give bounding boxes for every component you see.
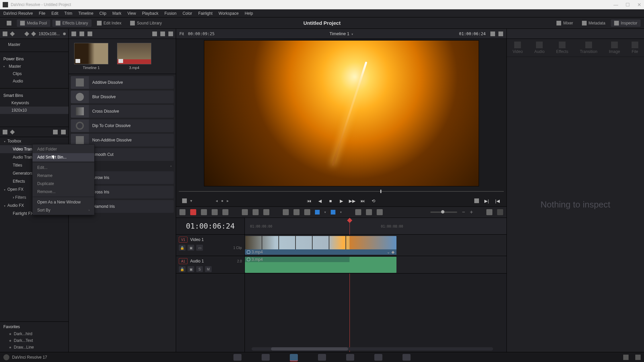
menu-davinci[interactable]: DaVinci Resolve: [3, 11, 33, 16]
lock-toggle[interactable]: 🔒: [179, 245, 185, 251]
cm-duplicate[interactable]: Duplicate: [33, 180, 94, 188]
insert-clip-icon[interactable]: [242, 209, 248, 215]
inspector-cat-image[interactable]: Image: [609, 42, 620, 54]
viewer-scrubber[interactable]: [179, 189, 504, 194]
lock-icon[interactable]: [304, 209, 310, 215]
panel-more-icon[interactable]: [61, 130, 66, 134]
v1-tag[interactable]: V1: [179, 237, 187, 243]
cm-sort-by[interactable]: Sort By›: [33, 206, 94, 214]
prev-marker-icon[interactable]: ◂: [216, 198, 218, 203]
audio-meter-icon[interactable]: [486, 209, 492, 215]
sort-icon[interactable]: [160, 32, 165, 36]
bin-view-icon[interactable]: [3, 32, 7, 36]
insert-mode-icon[interactable]: [182, 198, 187, 203]
first-frame-button[interactable]: ⏮: [306, 198, 312, 204]
next-marker-icon[interactable]: ▸: [227, 198, 229, 203]
menu-mark[interactable]: Mark: [112, 11, 121, 16]
bin-caret-icon[interactable]: [10, 31, 15, 36]
color-page-button[interactable]: [346, 354, 354, 361]
nav-back-icon[interactable]: [24, 31, 29, 36]
scrubber-handle[interactable]: [380, 190, 381, 193]
go-in-button[interactable]: ▶|: [484, 198, 490, 204]
audio-track-lane[interactable]: 3.mp4: [245, 256, 506, 274]
timeline-name-dropdown[interactable]: Timeline 1: [329, 31, 353, 36]
mixer-tab[interactable]: Mixer: [553, 19, 576, 27]
powerbin-audio[interactable]: Audio: [0, 77, 68, 85]
cm-add-smart-bin[interactable]: Add Smart Bin...: [33, 153, 94, 161]
a1-tag[interactable]: A1: [179, 258, 187, 264]
project-settings-icon[interactable]: [635, 355, 641, 360]
stop-button[interactable]: ■: [328, 198, 334, 204]
menu-file[interactable]: File: [39, 11, 45, 16]
solo-toggle[interactable]: S: [196, 266, 203, 272]
list-view-icon[interactable]: [71, 32, 76, 36]
video-clip[interactable]: ⌄◆: [350, 236, 396, 255]
close-button[interactable]: ✕: [637, 2, 641, 7]
effect-item[interactable]: Additive Dissolve: [71, 76, 174, 89]
menu-color[interactable]: Color: [182, 11, 192, 16]
snap-icon[interactable]: [283, 209, 289, 215]
video-track-header[interactable]: V1Video 1 🔒▣▭1 Clip: [176, 235, 245, 256]
prev-frame-button[interactable]: ◀: [317, 198, 323, 204]
thumb-view-icon[interactable]: [79, 32, 84, 36]
cm-add-folder[interactable]: Add Folder: [33, 145, 94, 153]
menu-view[interactable]: View: [127, 11, 136, 16]
fairlight-page-button[interactable]: [374, 354, 382, 361]
visibility-toggle[interactable]: ▣: [187, 245, 194, 251]
mute-button[interactable]: M: [205, 266, 212, 272]
fit-dropdown[interactable]: Fit: [179, 32, 184, 36]
panel-layout-icon[interactable]: [3, 130, 7, 134]
trim-tool-icon[interactable]: [201, 209, 207, 215]
audio-track-header[interactable]: A1Audio 12.0 🔒▣SM: [176, 256, 245, 274]
inspector-cat-video[interactable]: Video: [513, 42, 523, 54]
expand-button[interactable]: [3, 19, 15, 27]
powerbin-clips[interactable]: Clips: [0, 70, 68, 77]
favorite-item[interactable]: ★Draw...Line: [0, 344, 68, 351]
replace-clip-icon[interactable]: [263, 209, 269, 215]
video-track-lane[interactable]: 3.mp4 ⌄◆: [245, 235, 506, 256]
menu-trim[interactable]: Trim: [64, 11, 72, 16]
strip-view-icon[interactable]: [88, 32, 92, 36]
menu-playback[interactable]: Playback: [142, 11, 158, 16]
metadata-tab[interactable]: Metadata: [579, 19, 609, 27]
audio-clip[interactable]: [350, 257, 396, 273]
sound-library-tab[interactable]: Sound Library: [127, 19, 165, 27]
deliver-page-button[interactable]: [402, 354, 411, 361]
cm-open-window[interactable]: Open As a New Window: [33, 198, 94, 206]
resolution-label[interactable]: 1920x108...: [39, 32, 60, 36]
inspector-cat-transition[interactable]: Transition: [580, 42, 597, 54]
marker-icon[interactable]: ●: [221, 198, 223, 203]
nav-fwd-icon[interactable]: [31, 31, 36, 36]
effect-item[interactable]: Dip To Color Dissolve: [71, 119, 174, 132]
menu-edit[interactable]: Edit: [51, 11, 58, 16]
timeline-view-icon[interactable]: [179, 209, 185, 215]
menu-timeline[interactable]: Timeline: [78, 11, 93, 16]
mute-toggle[interactable]: ▣: [187, 266, 194, 272]
menu-help[interactable]: Help: [245, 11, 253, 16]
match-frame-icon[interactable]: [474, 198, 479, 203]
panel-search-icon[interactable]: [53, 130, 58, 134]
tool-icon[interactable]: [355, 209, 361, 215]
maximize-button[interactable]: ☐: [626, 2, 630, 7]
last-frame-button[interactable]: ⏭: [360, 198, 366, 204]
dynamic-trim-icon[interactable]: [212, 209, 218, 215]
smartbin-keywords[interactable]: Keywords: [0, 99, 68, 107]
menu-clip[interactable]: Clip: [99, 11, 106, 16]
edit-page-button[interactable]: [290, 354, 298, 361]
favorite-item[interactable]: ★Dark...Text: [0, 337, 68, 344]
effects-library-tab[interactable]: Effects Library: [52, 19, 91, 27]
customize-icon[interactable]: [497, 209, 503, 215]
loop-button[interactable]: ⟲: [371, 198, 377, 204]
zoom-in-icon[interactable]: +: [470, 209, 473, 215]
play-button[interactable]: ▶: [338, 198, 344, 204]
viewer-screen[interactable]: [204, 40, 479, 186]
timeline-ruler[interactable]: 01:00:00:00 01:00:08:00: [245, 218, 506, 235]
next-frame-button[interactable]: ▶▶: [349, 198, 355, 204]
powerbin-master[interactable]: Master: [0, 63, 68, 70]
inspector-cat-effects[interactable]: Effects: [556, 42, 568, 54]
link-icon[interactable]: [293, 209, 300, 215]
edit-index-tab[interactable]: Edit Index: [94, 19, 125, 27]
home-icon[interactable]: [623, 355, 629, 360]
more-icon[interactable]: [168, 32, 173, 36]
bin-master[interactable]: Master: [0, 41, 68, 48]
